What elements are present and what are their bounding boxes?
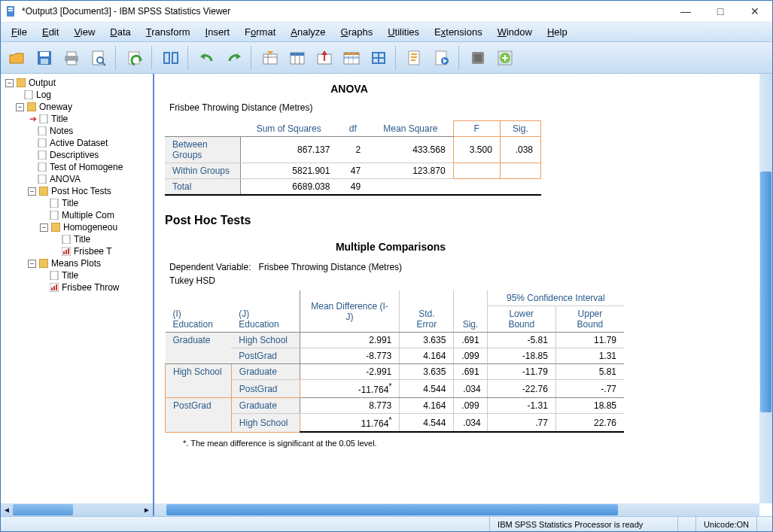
save-icon[interactable] [32,46,56,70]
tree-active[interactable]: Active Dataset [50,138,108,148]
scroll-thumb[interactable] [13,504,73,515]
scroll-left-icon[interactable]: ◄ [1,503,13,516]
svg-rect-25 [291,53,304,56]
col-sig: Sig. [454,290,487,333]
select-icon[interactable] [312,46,336,70]
tree-title1[interactable]: Title [51,114,68,124]
cell: 22.76 [555,414,624,433]
cell: 3.635 [400,364,454,380]
cell: 18.85 [555,398,624,414]
undo-icon[interactable] [195,46,219,70]
weight-icon[interactable] [339,46,364,70]
output-viewer[interactable]: ANOVA Frisbee Throwing Distance (Metres)… [154,74,772,516]
menu-window[interactable]: Window [491,25,538,39]
menu-view[interactable]: View [68,25,101,39]
multcomp-table: (I) Education (J) Education Mean Differe… [165,290,624,433]
menu-graphs[interactable]: Graphs [335,25,379,39]
tree-title2[interactable]: Title [62,198,78,208]
goto-data-icon[interactable] [258,46,282,70]
svg-rect-35 [344,56,359,59]
menu-insert[interactable]: Insert [199,25,236,39]
tree-log[interactable]: Log [36,90,51,100]
variables-icon[interactable] [285,46,309,70]
print-icon[interactable] [59,46,84,70]
tree-homosub[interactable]: Homogeneou [63,222,117,233]
tree-frisbee2[interactable]: Frisbee Throw [62,282,119,293]
svg-rect-17 [173,53,177,62]
folder-icon [26,102,37,112]
svg-rect-55 [38,126,46,135]
minimize-button[interactable]: — [668,1,703,22]
tree-root[interactable]: Output [29,78,56,88]
cell: 49 [337,179,368,196]
col-jedu: (J) Education [231,290,300,333]
tree-means[interactable]: Means Plots [51,258,101,269]
split-icon[interactable] [367,46,391,70]
collapse-icon[interactable]: − [16,103,24,111]
add-icon[interactable] [493,46,517,70]
tree-title3[interactable]: Title [74,234,90,245]
window-title: *Output3 [Document3] - IBM SPSS Statisti… [22,6,668,17]
menu-help[interactable]: Help [541,25,574,39]
recall-icon[interactable] [123,46,147,70]
content-hscroll[interactable] [154,503,759,516]
menu-edit[interactable]: Edit [36,25,65,39]
cell-sig: .034 [454,414,487,433]
svg-marker-18 [200,53,205,59]
maximize-button[interactable]: □ [703,1,738,22]
designate-icon[interactable] [403,46,427,70]
tree-anova[interactable]: ANOVA [50,174,81,184]
content-vscroll[interactable] [759,74,772,503]
menu-extensions[interactable]: Extensions [428,25,488,39]
cell: 5821.901 [240,163,337,179]
scroll-right-icon[interactable]: ► [141,503,153,516]
grey-box-icon[interactable] [466,46,490,70]
row-jedu: PostGrad [231,348,300,364]
row-jedu: Graduate [231,364,300,380]
dialog-icon[interactable] [159,46,183,70]
close-button[interactable]: ✕ [738,1,772,22]
cell: 8.773 [300,398,400,414]
scroll-thumb[interactable] [760,172,771,412]
collapse-icon[interactable]: − [40,223,48,232]
tree-mult[interactable]: Multiple Com [62,210,114,220]
menu-transform[interactable]: Transform [140,25,196,39]
preview-icon[interactable] [87,46,111,70]
cell: 3.635 [400,333,454,348]
outline-hscroll[interactable]: ◄ ► [1,503,153,516]
table-icon [49,210,59,220]
svg-rect-72 [51,287,53,290]
tree-posthoc[interactable]: Post Hoc Tests [51,186,111,196]
run-icon[interactable] [430,46,454,70]
tree-title4[interactable]: Title [62,270,78,281]
scroll-thumb[interactable] [166,504,618,515]
menu-data[interactable]: Data [104,25,136,39]
tree-notes[interactable]: Notes [50,126,73,136]
menu-format[interactable]: Format [239,25,282,39]
col-f: F [453,121,500,137]
tree-oneway[interactable]: Oneway [39,102,72,112]
col-ms: Mean Square [368,121,453,137]
cell: 47 [337,163,368,179]
outline-pane[interactable]: −Output Log −Oneway ➔Title Notes Active … [1,74,154,516]
collapse-icon[interactable]: − [28,187,36,196]
tree-homog[interactable]: Test of Homogene [50,162,123,172]
notes-icon [37,126,47,136]
col-iedu: (I) Education [166,290,232,333]
svg-rect-51 [17,78,26,87]
collapse-icon[interactable]: − [5,79,14,87]
collapse-icon[interactable]: − [28,260,36,268]
outline-tree[interactable]: −Output Log −Oneway ➔Title Notes Active … [1,74,153,503]
tree-frisbee1[interactable]: Frisbee T [74,246,111,257]
svg-rect-58 [38,163,46,172]
redo-icon[interactable] [222,46,246,70]
menu-analyze[interactable]: Analyze [285,25,331,39]
menu-utilities[interactable]: Utilities [382,25,425,39]
toolbar [1,42,772,74]
svg-marker-19 [236,53,241,59]
menu-file[interactable]: File [5,25,33,39]
open-icon[interactable] [5,46,29,70]
row-iedu: High School [166,364,232,398]
tree-desc[interactable]: Descriptives [50,150,99,160]
statusbar: IBM SPSS Statistics Processor is ready U… [1,516,772,531]
